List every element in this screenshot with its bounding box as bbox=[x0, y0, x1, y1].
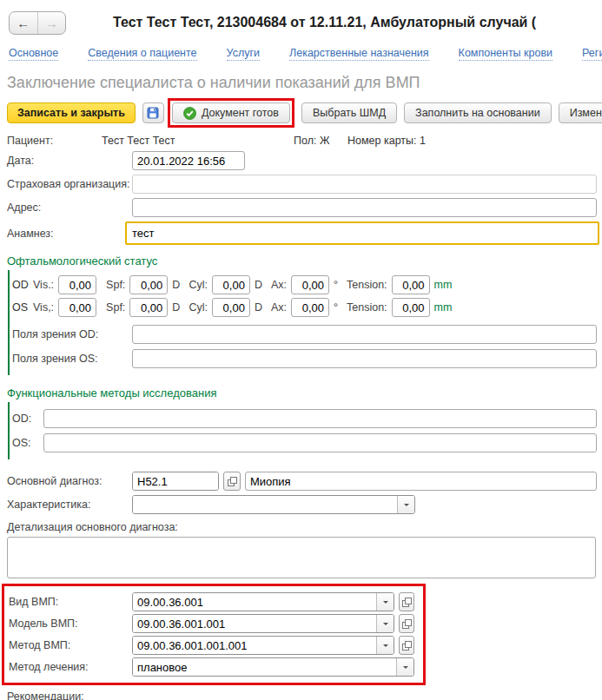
insurance-row: Страховая организация: bbox=[7, 175, 602, 194]
od-tension-unit: mm bbox=[434, 279, 453, 291]
diagnosis-code-combobox[interactable] bbox=[132, 472, 219, 491]
address-row: Адрес: bbox=[7, 198, 602, 217]
date-row: Дата: bbox=[7, 151, 602, 170]
diagnosis-detail-textarea[interactable] bbox=[7, 537, 596, 578]
address-input[interactable] bbox=[132, 198, 597, 217]
functional-section-title: Функциональные методы исследования bbox=[7, 386, 602, 400]
od-vis-input[interactable] bbox=[58, 275, 96, 294]
diagnosis-open-button[interactable] bbox=[223, 472, 241, 491]
chevron-down-icon[interactable] bbox=[376, 637, 394, 654]
od-ax-label: Ax: bbox=[271, 279, 287, 291]
vmp-type-input[interactable] bbox=[133, 593, 376, 611]
vmp-method-combobox[interactable] bbox=[132, 636, 394, 655]
green-check-icon bbox=[183, 107, 196, 120]
annotation-red-box-vmp: Вид ВМП: Модель ВМП: Метод ВМП: bbox=[2, 584, 426, 685]
nav-item-services[interactable]: Услуги bbox=[227, 47, 260, 61]
os-ax-label: Ax: bbox=[271, 301, 287, 314]
patient-name: Тест Тест Тест bbox=[102, 135, 294, 147]
functional-section: OD: OS: bbox=[8, 402, 602, 459]
nav-item-patient-info[interactable]: Сведения о пациенте bbox=[88, 47, 196, 61]
forward-button[interactable]: → bbox=[38, 12, 66, 34]
ophthalmic-section: OD Vis.: Spf: D Cyl: D Ax: ° Tension: mm… bbox=[8, 270, 602, 375]
od-spf-input[interactable] bbox=[129, 275, 168, 294]
diagnosis-name-input[interactable] bbox=[245, 472, 597, 491]
functional-od-row: OD: bbox=[12, 409, 602, 428]
vmp-method-label: Метод ВМП: bbox=[9, 639, 132, 651]
od-spf-unit: D bbox=[172, 279, 180, 291]
select-shmd-button[interactable]: Выбрать ШМД bbox=[301, 102, 397, 123]
functional-od-input[interactable] bbox=[43, 409, 597, 428]
annotation-red-box-document-ready: Документ готов bbox=[168, 98, 294, 128]
visual-fields-os-input[interactable] bbox=[132, 349, 597, 368]
od-vis-label: Vis.: bbox=[33, 279, 54, 291]
change-allergo-button[interactable]: Изменить аллергоана bbox=[559, 102, 602, 123]
od-measurements-row: OD Vis.: Spf: D Cyl: D Ax: ° Tension: mm bbox=[12, 275, 602, 294]
anamnesis-label: Анамнез: bbox=[7, 228, 132, 240]
os-tension-input[interactable] bbox=[392, 298, 430, 317]
anamnesis-highlight-border bbox=[125, 221, 599, 245]
anamnesis-row: Анамнез: bbox=[7, 221, 602, 245]
functional-os-input[interactable] bbox=[43, 433, 597, 452]
vmp-type-combobox[interactable] bbox=[132, 592, 394, 611]
treatment-method-row: Метод лечения: bbox=[9, 657, 414, 677]
patient-label: Пациент: bbox=[7, 135, 102, 147]
od-cyl-input[interactable] bbox=[212, 275, 250, 294]
characteristic-input[interactable] bbox=[133, 496, 397, 513]
os-spf-input[interactable] bbox=[129, 298, 168, 317]
address-label: Адрес: bbox=[7, 201, 132, 214]
document-ready-button[interactable]: Документ готов bbox=[172, 102, 290, 123]
os-vis-input[interactable] bbox=[58, 298, 96, 317]
os-cyl-input[interactable] bbox=[212, 298, 250, 317]
visual-fields-od-input[interactable] bbox=[132, 325, 597, 344]
nav-item-registrations[interactable]: Регистрации bbox=[582, 47, 602, 61]
os-tension-unit: mm bbox=[434, 301, 453, 314]
od-ax-input[interactable] bbox=[291, 275, 329, 294]
diagnosis-detail-label: Детализация основного диагноза: bbox=[7, 521, 602, 533]
os-tension-label: Tension: bbox=[347, 301, 387, 314]
nav-item-blood-components[interactable]: Компоненты крови bbox=[459, 47, 552, 61]
vmp-model-label: Модель ВМП: bbox=[9, 617, 132, 630]
od-ax-unit: ° bbox=[334, 279, 338, 291]
vmp-model-input[interactable] bbox=[133, 615, 376, 632]
treatment-method-input[interactable] bbox=[133, 658, 396, 676]
forward-arrow-icon: → bbox=[45, 16, 58, 30]
vmp-method-open-button[interactable] bbox=[399, 636, 414, 655]
vmp-model-combobox[interactable] bbox=[132, 614, 394, 633]
functional-os-row: OS: bbox=[12, 433, 602, 452]
nav-item-prescriptions[interactable]: Лекарственные назначения bbox=[289, 47, 429, 61]
chevron-down-icon[interactable] bbox=[376, 615, 394, 632]
back-button[interactable]: ← bbox=[10, 12, 38, 34]
chevron-down-icon[interactable] bbox=[376, 593, 394, 611]
os-ax-input[interactable] bbox=[291, 298, 329, 317]
chevron-down-icon[interactable] bbox=[397, 496, 414, 513]
visual-fields-od-row: Поля зрения OD: bbox=[12, 325, 602, 344]
vmp-method-input[interactable] bbox=[133, 637, 376, 654]
open-form-icon bbox=[402, 598, 412, 607]
open-form-icon bbox=[402, 619, 412, 629]
save-and-close-button[interactable]: Записать и закрыть bbox=[7, 102, 136, 123]
od-tension-input[interactable] bbox=[392, 275, 430, 294]
vmp-model-row: Модель ВМП: bbox=[9, 614, 414, 633]
vmp-model-open-button[interactable] bbox=[399, 614, 414, 633]
window-title: Тест Тест Тест, 213004684 от 12.11.21, А… bbox=[113, 15, 536, 30]
treatment-method-combobox[interactable] bbox=[132, 657, 414, 677]
diagnosis-code-input[interactable] bbox=[133, 472, 219, 490]
os-cyl-unit: D bbox=[255, 301, 262, 314]
visual-fields-od-label: Поля зрения OD: bbox=[12, 328, 132, 340]
vmp-type-open-button[interactable] bbox=[399, 592, 414, 611]
od-eye-label: OD bbox=[12, 279, 29, 291]
os-spf-unit: D bbox=[172, 301, 180, 314]
chevron-down-icon[interactable] bbox=[396, 658, 413, 676]
insurance-input[interactable] bbox=[132, 175, 597, 194]
vmp-type-row: Вид ВМП: bbox=[9, 592, 414, 611]
fill-based-on-button[interactable]: Заполнить на основании bbox=[404, 102, 552, 123]
date-input[interactable] bbox=[132, 151, 245, 170]
os-eye-label: OS bbox=[12, 301, 29, 314]
ophthalmic-section-title: Офтальмологический статус bbox=[7, 254, 602, 267]
save-button[interactable] bbox=[142, 102, 164, 123]
patient-card-number: Номер карты: 1 bbox=[347, 135, 426, 147]
anamnesis-input[interactable] bbox=[128, 224, 597, 242]
characteristic-combobox[interactable] bbox=[132, 495, 415, 514]
nav-item-main[interactable]: Основное bbox=[9, 47, 58, 61]
patient-sex: Пол: Ж bbox=[294, 135, 347, 147]
